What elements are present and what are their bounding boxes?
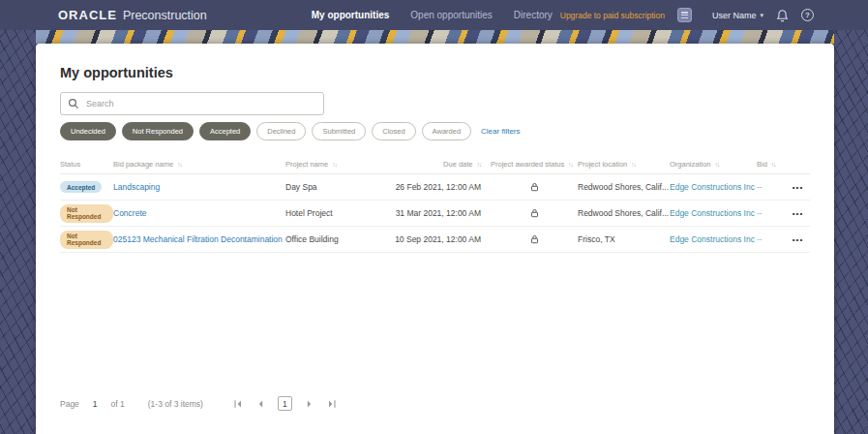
status-badge: Not Responded	[60, 204, 113, 223]
col-due-date[interactable]: Due date↑↓	[394, 160, 491, 169]
user-menu[interactable]: User Name ▾	[712, 11, 763, 20]
subscription-badge-icon[interactable]	[677, 8, 692, 22]
items-count-label: (1-3 of 3 items)	[148, 399, 203, 409]
help-icon[interactable]: ?	[801, 9, 814, 21]
upgrade-subscription-link[interactable]: Upgrade to paid subscription	[560, 11, 665, 20]
bid-cell: --	[757, 234, 786, 244]
brand-logo: ORACLE Preconstruction	[58, 8, 207, 22]
status-badge: Accepted	[60, 181, 102, 193]
filter-chip-declined[interactable]: Declined	[256, 122, 306, 140]
organization-link[interactable]: Edge Constructions Inc	[670, 208, 757, 218]
due-date-cell: 10 Sep 2021, 12:00 AM	[394, 234, 491, 244]
previous-page-button[interactable]	[256, 399, 264, 409]
filter-chip-submitted[interactable]: Submitted	[312, 122, 366, 140]
project-location-cell: Frisco, TX	[578, 234, 670, 244]
row-actions-menu[interactable]: •••	[786, 209, 810, 218]
lock-icon	[491, 182, 578, 192]
filter-chip-not-responded[interactable]: Not Responded	[122, 122, 194, 140]
clear-filters-link[interactable]: Clear filters	[481, 127, 520, 136]
last-page-button[interactable]	[327, 399, 337, 409]
table-header: Status Bid package name↑↓ Project name↑↓…	[60, 155, 810, 174]
due-date-cell: 31 Mar 2021, 12:00 AM	[394, 208, 491, 218]
decorative-banner	[36, 30, 834, 44]
filter-chip-awarded[interactable]: Awarded	[422, 122, 471, 140]
filter-chip-accepted[interactable]: Accepted	[199, 122, 251, 140]
nav-my-opportunities[interactable]: My opportunities	[312, 10, 390, 20]
project-location-cell: Redwood Shores, Calif...	[578, 182, 670, 192]
top-nav: My opportunities Open opportunities Dire…	[312, 10, 553, 20]
bid-package-link[interactable]: 025123 Mechanical Filtration Decontamina…	[113, 234, 285, 244]
nav-open-opportunities[interactable]: Open opportunities	[410, 10, 493, 20]
lock-icon	[491, 234, 578, 244]
filter-chip-undecided[interactable]: Undecided	[60, 122, 116, 140]
sort-icon: ↑↓	[568, 161, 573, 168]
col-organization[interactable]: Organization↑↓	[670, 160, 757, 169]
sort-icon: ↑↓	[771, 161, 776, 168]
top-bar: ORACLE Preconstruction My opportunities …	[0, 0, 868, 30]
col-project-awarded-status[interactable]: Project awarded status↑↓	[491, 160, 578, 169]
sort-icon: ↑↓	[177, 161, 182, 168]
search-box	[60, 92, 324, 115]
organization-link[interactable]: Edge Constructions Inc	[670, 182, 757, 192]
bid-cell: --	[757, 208, 786, 218]
bid-package-link[interactable]: Landscaping	[113, 182, 285, 192]
page-number: 1	[93, 399, 98, 409]
oracle-logo: ORACLE	[58, 8, 117, 22]
sort-icon: ↑↓	[477, 161, 482, 168]
project-name-cell: Day Spa	[285, 182, 394, 192]
product-name: Preconstruction	[123, 9, 207, 22]
row-actions-menu[interactable]: •••	[786, 235, 810, 244]
top-right-controls: Upgrade to paid subscription User Name ▾…	[560, 8, 814, 22]
page-of-label: of 1	[111, 399, 125, 409]
bid-cell: --	[757, 182, 786, 192]
sort-icon: ↑↓	[631, 161, 636, 168]
col-project-name[interactable]: Project name↑↓	[285, 160, 394, 169]
first-page-button[interactable]	[233, 399, 243, 409]
nav-directory[interactable]: Directory	[514, 10, 553, 20]
project-name-cell: Office Building	[285, 234, 394, 244]
page-title: My opportunities	[60, 65, 810, 80]
chevron-down-icon: ▾	[760, 12, 763, 19]
page-label: Page	[60, 399, 79, 409]
project-name-cell: Hotel Project	[285, 208, 394, 218]
project-location-cell: Redwood Shores, Calif...	[578, 208, 670, 218]
sort-icon: ↑↓	[332, 161, 337, 168]
search-input[interactable]	[60, 92, 324, 115]
table-row: Accepted Landscaping Day Spa 26 Feb 2021…	[60, 174, 810, 201]
current-page-box[interactable]: 1	[278, 396, 292, 411]
status-badge: Not Responded	[60, 231, 113, 249]
user-name-label: User Name	[712, 11, 757, 20]
notifications-bell-icon[interactable]	[776, 9, 789, 22]
search-icon	[68, 98, 79, 109]
col-bid-package-name[interactable]: Bid package name↑↓	[113, 160, 285, 169]
lock-icon	[491, 208, 578, 218]
bid-package-link[interactable]: Concrete	[113, 208, 285, 218]
col-project-location[interactable]: Project location↑↓	[578, 160, 670, 169]
due-date-cell: 26 Feb 2021, 12:00 AM	[394, 182, 491, 192]
col-bid[interactable]: Bid↑↓	[757, 160, 786, 169]
filter-chips: Undecided Not Responded Accepted Decline…	[60, 122, 810, 140]
row-actions-menu[interactable]: •••	[786, 183, 810, 192]
col-status: Status	[60, 160, 113, 169]
organization-link[interactable]: Edge Constructions Inc	[670, 234, 757, 244]
filter-chip-closed[interactable]: Closed	[372, 122, 415, 140]
content-card: My opportunities Undecided Not Responded…	[36, 44, 834, 434]
pagination-bar: Page 1 of 1 (1-3 of 3 items) 1	[60, 396, 344, 411]
next-page-button[interactable]	[306, 399, 314, 409]
table-row: Not Responded Concrete Hotel Project 31 …	[60, 201, 810, 227]
app-viewport: ORACLE Preconstruction My opportunities …	[0, 0, 868, 434]
sort-icon: ↑↓	[715, 161, 720, 168]
table-row: Not Responded 025123 Mechanical Filtrati…	[60, 227, 810, 253]
